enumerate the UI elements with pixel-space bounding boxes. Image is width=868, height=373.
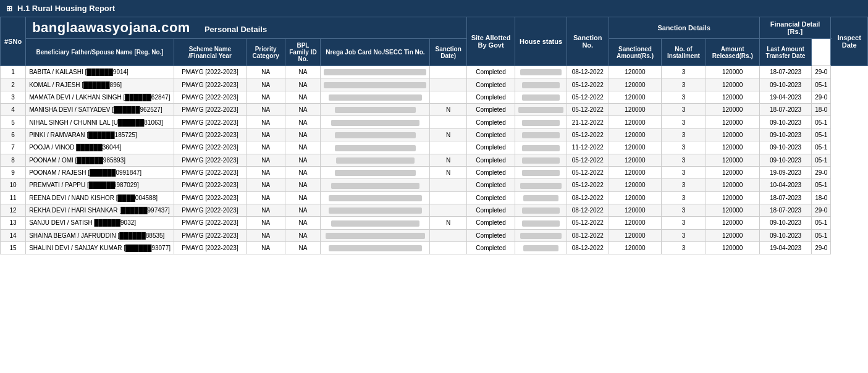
- cell-sanction-no: ████2/2/687: [515, 78, 567, 91]
- cell-priority: NA: [246, 66, 285, 78]
- cell-status: Completed: [466, 104, 515, 116]
- cell-scheme: PMAYG [2022-2023]: [174, 128, 246, 141]
- col-last-transfer: Last Amount Transfer Date: [759, 39, 811, 66]
- cell-inspect: 05-1: [812, 229, 831, 241]
- cell-sanction-no: ████12/4/702: [515, 229, 567, 241]
- cell-site: [430, 242, 467, 254]
- cell-status: Completed: [466, 179, 515, 191]
- cell-bpl: NA: [285, 154, 321, 166]
- cell-last-transfer: 19-04-2023: [759, 91, 811, 103]
- cell-sanctioned-amt: 120000: [609, 104, 662, 116]
- cell-sanction-date: 05-12-2022: [567, 154, 609, 166]
- cell-site: N: [430, 128, 467, 141]
- cell-priority: NA: [246, 91, 285, 103]
- cell-sanction-date: 08-12-2022: [567, 191, 609, 204]
- cell-bpl: NA: [285, 116, 321, 128]
- cell-sanctioned-amt: 120000: [609, 66, 662, 78]
- cell-name: NIHAL SINGH / CHUNNI LAL [U██████81063]: [26, 116, 174, 128]
- cell-installments: 3: [662, 217, 706, 229]
- cell-sanctioned-amt: 120000: [609, 191, 662, 204]
- cell-site: [430, 141, 467, 154]
- cell-status: Completed: [466, 217, 515, 229]
- cell-priority: NA: [246, 141, 285, 154]
- col-scheme: Scheme Name /Financial Year: [174, 39, 246, 66]
- cell-sno: 3: [1, 91, 26, 103]
- sno-header: #SNo: [1, 17, 26, 66]
- cell-nrega: ████2-004-005/222 [141004588]: [321, 191, 430, 204]
- personal-details-label: Personal Details: [192, 25, 267, 34]
- cell-sno: 4: [1, 104, 26, 116]
- cell-installments: 3: [662, 166, 706, 178]
- cell-inspect: 29-0: [812, 166, 831, 178]
- cell-sanctioned-amt: 120000: [609, 229, 662, 241]
- cell-sanction-no: ████2/4/688: [515, 91, 567, 103]
- cell-site: [430, 179, 467, 191]
- main-content: #SNo banglaawasyojana.com Personal Detai…: [0, 17, 868, 254]
- cell-sanction-no: ████2/2/687: [515, 166, 567, 178]
- cell-last-transfer: 09-10-2023: [759, 217, 811, 229]
- cell-priority: NA: [246, 128, 285, 141]
- cell-site: [430, 204, 467, 216]
- cell-name: PREMVATI / PAPPU [██████i987029]: [26, 179, 174, 191]
- cell-scheme: PMAYG [2022-2023]: [174, 191, 246, 204]
- table-row: 8POONAM / OMI [██████985893]PMAYG [2022-…: [1, 154, 868, 166]
- cell-name: PINKI / RAMVARAN [██████185725]: [26, 128, 174, 141]
- cell-name: SHALINI DEVI / SANJAY KUMAR [██████93077…: [26, 242, 174, 254]
- cell-sno: 14: [1, 229, 26, 241]
- financial-details-header: Financial Detail [Rs.]: [759, 17, 830, 39]
- cell-sanction-no: ████2/4/702: [515, 204, 567, 216]
- cell-site: [430, 78, 467, 91]
- cell-nrega: ████4-003/348 [140986044]: [321, 141, 430, 154]
- cell-nrega: ████2-004-004/161-A [140988535]: [321, 229, 430, 241]
- cell-nrega: ████1-004-005/215 [140962847]: [321, 91, 430, 103]
- cell-sanction-no: ████/4/702: [515, 242, 567, 254]
- cell-name: REKHA DEVI / HARI SHANKAR [██████997437]: [26, 204, 174, 216]
- cell-status: Completed: [466, 141, 515, 154]
- table-row: 10PREMVATI / PAPPU [██████i987029]PMAYG …: [1, 179, 868, 191]
- cell-installments: 3: [662, 116, 706, 128]
- cell-sanction-date: 05-12-2022: [567, 104, 609, 116]
- cell-amt-released: 120000: [706, 128, 759, 141]
- cell-inspect: 05-1: [812, 78, 831, 91]
- cell-bpl: NA: [285, 179, 321, 191]
- cell-priority: NA: [246, 242, 285, 254]
- cell-priority: NA: [246, 116, 285, 128]
- col-bpl: BPL Family ID No.: [285, 39, 321, 66]
- cell-inspect: 05-1: [812, 128, 831, 141]
- cell-sanctioned-amt: 120000: [609, 78, 662, 91]
- cell-amt-released: 120000: [706, 204, 759, 216]
- cell-sanction-date: 05-12-2022: [567, 128, 609, 141]
- cell-nrega: ████2-004-001/226 [140997437]: [321, 204, 430, 216]
- cell-site: [430, 91, 467, 103]
- cell-installments: 3: [662, 141, 706, 154]
- cell-nrega: ████2-004-005/219 [140993077]: [321, 242, 430, 254]
- cell-site: N: [430, 217, 467, 229]
- cell-nrega: ████-003/194 [140985893]: [321, 154, 430, 166]
- cell-nrega: ████004-001/224 [140987029]: [321, 179, 430, 191]
- cell-installments: 3: [662, 229, 706, 241]
- cell-sanctioned-amt: 120000: [609, 166, 662, 178]
- cell-priority: NA: [246, 104, 285, 116]
- cell-priority: NA: [246, 154, 285, 166]
- cell-sno: 5: [1, 116, 26, 128]
- cell-sanction-no: ████2/2/746: [515, 116, 567, 128]
- cell-inspect: 29-0: [812, 66, 831, 78]
- cell-name: SANJU DEVI / SATISH ██████9032]: [26, 217, 174, 229]
- cell-name: MAMATA DEVI / LAKHAN SINGH [██████62847]: [26, 91, 174, 103]
- sanction-details-header: Sanction Details: [609, 17, 759, 39]
- table-row: 9POONAM / RAJESH [██████0991847]PMAYG [2…: [1, 166, 868, 178]
- cell-amt-released: 120000: [706, 229, 759, 241]
- cell-status: Completed: [466, 204, 515, 216]
- cell-installments: 3: [662, 128, 706, 141]
- cell-status: Completed: [466, 166, 515, 178]
- cell-scheme: PMAYG [2022-2023]: [174, 91, 246, 103]
- cell-last-transfer: 18-07-2023: [759, 204, 811, 216]
- cell-sanction-no: ████2/4/688: [515, 217, 567, 229]
- cell-inspect: 18-0: [812, 104, 831, 116]
- cell-sno: 11: [1, 191, 26, 204]
- table-row: 12REKHA DEVI / HARI SHANKAR [██████99743…: [1, 204, 868, 216]
- cell-bpl: NA: [285, 242, 321, 254]
- cell-amt-released: 120000: [706, 191, 759, 204]
- col-beneficiary: Beneficiary Father/Spouse Name [Reg. No.…: [26, 39, 174, 66]
- cell-amt-released: 120000: [706, 91, 759, 103]
